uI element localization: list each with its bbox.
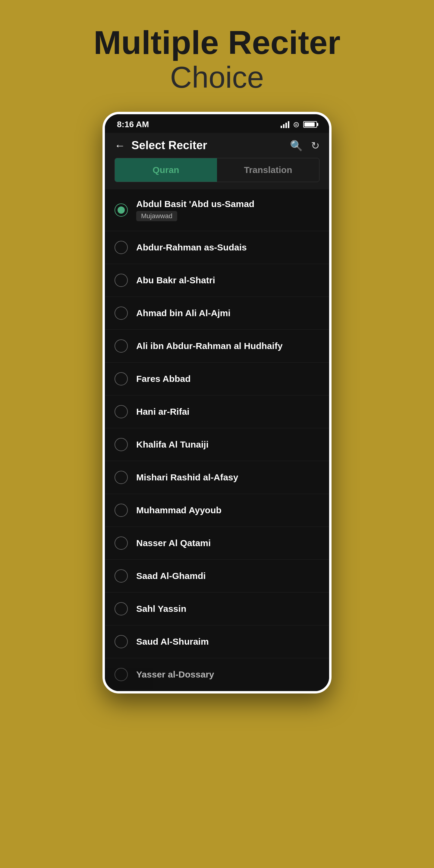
radio-button-selected[interactable] <box>115 204 128 217</box>
app-bar-title: Select Reciter <box>131 139 284 152</box>
radio-button[interactable] <box>115 504 128 517</box>
page-title-main: Multiple Reciter <box>93 24 340 61</box>
reciter-info: Abu Bakr al-Shatri <box>136 275 215 285</box>
reciter-info: Yasser al-Dossary <box>136 670 214 680</box>
reciter-name: Khalifa Al Tunaiji <box>136 439 209 450</box>
reciter-info: Muhammad Ayyoub <box>136 505 221 516</box>
reciter-name: Saud Al-Shuraim <box>136 637 209 647</box>
reciter-item[interactable]: Hani ar-Rifai <box>105 396 329 428</box>
reciter-item[interactable]: Abdul Basit 'Abd us-Samad Mujawwad <box>105 189 329 231</box>
reciter-name: Mishari Rashid al-Afasy <box>136 472 238 483</box>
reciter-name: Abu Bakr al-Shatri <box>136 275 215 285</box>
reciter-item[interactable]: Muhammad Ayyoub <box>105 494 329 527</box>
status-bar: 8:16 AM ⊜ <box>105 114 329 133</box>
reciter-name: Abdur-Rahman as-Sudais <box>136 242 247 253</box>
back-button[interactable]: ← <box>115 140 125 151</box>
radio-inner <box>118 207 125 214</box>
reciter-name: Nasser Al Qatami <box>136 538 211 548</box>
reciter-item[interactable]: Mishari Rashid al-Afasy <box>105 461 329 494</box>
reciter-item[interactable]: Nasser Al Qatami <box>105 527 329 560</box>
reciter-item[interactable]: Saud Al-Shuraim <box>105 625 329 658</box>
reciter-info: Khalifa Al Tunaiji <box>136 439 209 450</box>
reciter-item[interactable]: Khalifa Al Tunaiji <box>105 428 329 461</box>
app-bar-actions: 🔍 ↻ <box>290 140 319 152</box>
radio-button[interactable] <box>115 438 128 451</box>
reciter-info: Nasser Al Qatami <box>136 538 211 548</box>
radio-button[interactable] <box>115 602 128 615</box>
radio-button[interactable] <box>115 668 128 681</box>
reciter-info: Ahmad bin Ali Al-Ajmi <box>136 308 230 318</box>
radio-button[interactable] <box>115 307 128 320</box>
reciter-name: Ali ibn Abdur-Rahman al Hudhaify <box>136 341 283 351</box>
signal-icon <box>281 121 289 128</box>
radio-button[interactable] <box>115 471 128 484</box>
reciter-item[interactable]: Ahmad bin Ali Al-Ajmi <box>105 297 329 330</box>
radio-button[interactable] <box>115 372 128 385</box>
radio-button[interactable] <box>115 569 128 583</box>
radio-button[interactable] <box>115 536 128 550</box>
reciter-info: Saud Al-Shuraim <box>136 637 209 647</box>
reciter-name: Fares Abbad <box>136 374 191 384</box>
reciter-badge: Mujawwad <box>136 211 177 221</box>
reciter-info: Saad Al-Ghamdi <box>136 571 206 581</box>
page-title-sub: Choice <box>93 61 340 94</box>
radio-button[interactable] <box>115 274 128 287</box>
reciter-name: Abdul Basit 'Abd us-Samad <box>136 199 254 209</box>
radio-button[interactable] <box>115 635 128 648</box>
reciter-info: Abdul Basit 'Abd us-Samad Mujawwad <box>136 199 254 221</box>
reciter-info: Fares Abbad <box>136 374 191 384</box>
reciter-info: Hani ar-Rifai <box>136 407 190 417</box>
reciter-item[interactable]: Fares Abbad <box>105 363 329 396</box>
tab-container: Quran Translation <box>115 158 319 182</box>
reciter-list: Abdul Basit 'Abd us-Samad Mujawwad Abdur… <box>105 189 329 691</box>
reciter-info: Ali ibn Abdur-Rahman al Hudhaify <box>136 341 283 351</box>
app-bar: ← Select Reciter 🔍 ↻ <box>105 133 329 158</box>
reciter-info: Abdur-Rahman as-Sudais <box>136 242 247 253</box>
reciter-name: Ahmad bin Ali Al-Ajmi <box>136 308 230 318</box>
reciter-item[interactable]: Yasser al-Dossary <box>105 658 329 691</box>
reciter-item[interactable]: Ali ibn Abdur-Rahman al Hudhaify <box>105 330 329 363</box>
reciter-item[interactable]: Abu Bakr al-Shatri <box>105 264 329 297</box>
wifi-icon: ⊜ <box>293 120 300 129</box>
reciter-info: Mishari Rashid al-Afasy <box>136 472 238 483</box>
reciter-item[interactable]: Sahl Yassin <box>105 592 329 625</box>
battery-icon <box>303 121 317 128</box>
search-button[interactable]: 🔍 <box>290 140 303 152</box>
radio-button[interactable] <box>115 241 128 254</box>
refresh-button[interactable]: ↻ <box>311 140 319 152</box>
status-time: 8:16 AM <box>117 120 149 129</box>
reciter-name: Hani ar-Rifai <box>136 407 190 417</box>
reciter-item[interactable]: Abdur-Rahman as-Sudais <box>105 231 329 264</box>
radio-button[interactable] <box>115 339 128 352</box>
reciter-name: Sahl Yassin <box>136 604 186 614</box>
reciter-name: Muhammad Ayyoub <box>136 505 221 516</box>
reciter-name: Yasser al-Dossary <box>136 670 214 680</box>
page-header: Multiple Reciter Choice <box>93 24 340 94</box>
tab-translation[interactable]: Translation <box>217 158 319 182</box>
reciter-item[interactable]: Saad Al-Ghamdi <box>105 560 329 592</box>
phone-frame: 8:16 AM ⊜ ← Select Reciter 🔍 ↻ Quran Tra… <box>102 112 332 693</box>
tab-bar: Quran Translation <box>105 158 329 189</box>
status-icons: ⊜ <box>281 120 317 129</box>
radio-button[interactable] <box>115 405 128 418</box>
reciter-info: Sahl Yassin <box>136 604 186 614</box>
reciter-name: Saad Al-Ghamdi <box>136 571 206 581</box>
tab-quran[interactable]: Quran <box>115 158 217 182</box>
